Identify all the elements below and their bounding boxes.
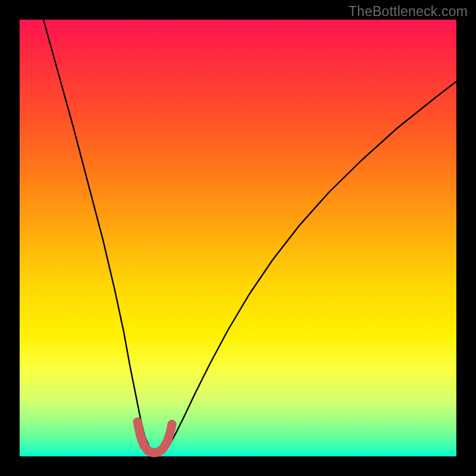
chart-frame: TheBottleneck.com: [0, 0, 476, 476]
plot-area: [20, 20, 456, 456]
curve-layer: [20, 20, 456, 456]
bottleneck-curve: [43, 20, 456, 452]
watermark-text: TheBottleneck.com: [349, 4, 468, 20]
optimal-marker: [137, 422, 172, 453]
